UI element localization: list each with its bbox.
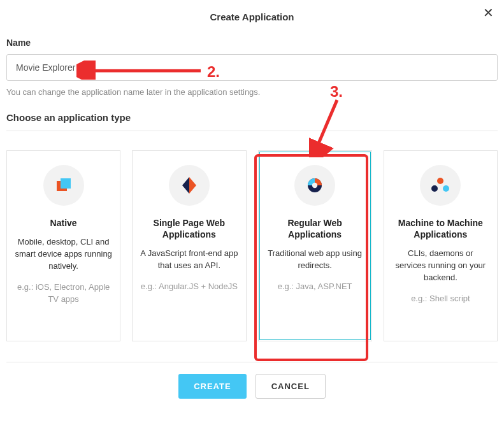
m2m-icon: [420, 165, 461, 206]
annotation-label-2: 2.: [207, 63, 220, 81]
card-example: e.g.: Angular.JS + NodeJS: [140, 281, 238, 293]
card-desc: Mobile, desktop, CLI and smart device ap…: [15, 236, 112, 273]
svg-point-5: [312, 183, 317, 188]
name-input[interactable]: [6, 54, 498, 81]
card-example: e.g.: iOS, Electron, Apple TV apps: [15, 282, 112, 306]
card-desc: CLIs, daemons or services running on you…: [392, 248, 489, 284]
native-icon: [43, 165, 84, 206]
name-label: Name: [6, 38, 498, 48]
choose-type-heading: Choose an application type: [6, 112, 498, 131]
card-title: Machine to Machine Applications: [392, 217, 489, 240]
name-helper-text: You can change the application name late…: [6, 87, 498, 97]
create-button[interactable]: Create: [178, 374, 246, 399]
card-desc: A JavaScript front-end app that uses an …: [140, 248, 238, 272]
svg-rect-1: [61, 178, 71, 189]
svg-marker-2: [189, 177, 196, 194]
card-desc: Traditional web app using redirects.: [266, 248, 364, 272]
card-regular-web[interactable]: Regular Web Applications Traditional web…: [258, 150, 372, 341]
dialog-title: Create Application: [6, 9, 498, 34]
cancel-button[interactable]: Cancel: [256, 374, 326, 399]
dialog-footer: Create Cancel: [6, 362, 498, 410]
card-title: Single Page Web Applications: [140, 217, 238, 240]
card-title: Regular Web Applications: [266, 217, 364, 240]
web-icon: [294, 165, 335, 206]
card-example: e.g.: Java, ASP.NET: [266, 281, 364, 293]
card-native[interactable]: Native Mobile, desktop, CLI and smart de…: [6, 150, 120, 341]
svg-marker-3: [182, 177, 189, 194]
close-button[interactable]: ✕: [483, 6, 494, 19]
svg-point-8: [443, 185, 449, 192]
card-example: e.g.: Shell script: [392, 293, 489, 305]
create-application-dialog: Create Application ✕ Name You can change…: [0, 0, 504, 410]
svg-point-6: [437, 178, 443, 184]
annotation-label-3: 3.: [330, 83, 343, 101]
card-m2m[interactable]: Machine to Machine Applications CLIs, da…: [384, 150, 498, 341]
svg-point-7: [431, 185, 438, 192]
spa-icon: [169, 165, 210, 206]
app-type-cards: Native Mobile, desktop, CLI and smart de…: [6, 150, 498, 341]
card-spa[interactable]: Single Page Web Applications A JavaScrip…: [132, 150, 246, 341]
card-title: Native: [15, 217, 112, 229]
